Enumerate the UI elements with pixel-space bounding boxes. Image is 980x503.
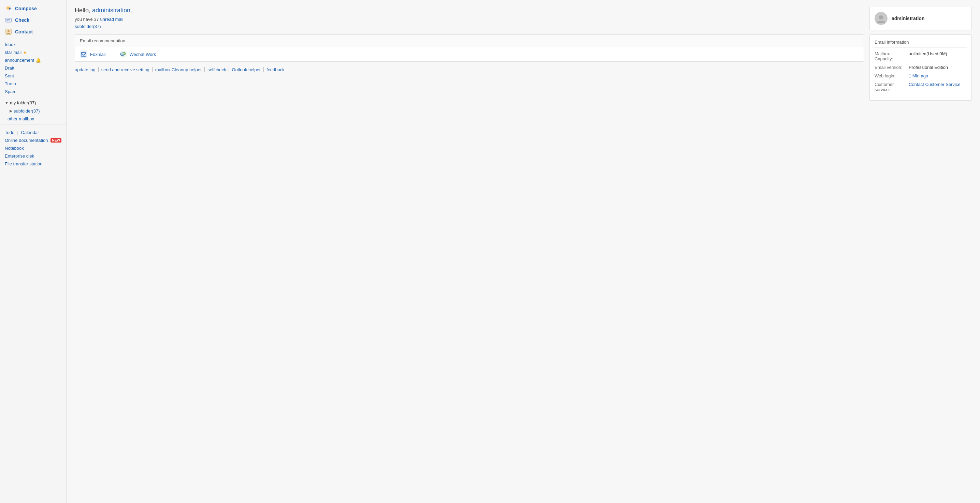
- inbox-label: Inbox: [5, 42, 16, 47]
- announcement-label: announcement: [5, 58, 34, 63]
- compose-label: Compose: [15, 6, 37, 11]
- sidebar-divider-3: [0, 124, 66, 124]
- other-mailbox-label: other mailbox: [8, 116, 34, 121]
- svg-rect-0: [6, 6, 10, 10]
- sidebar-item-todo[interactable]: Todo: [5, 129, 14, 136]
- svg-rect-6: [80, 51, 88, 58]
- draft-label: Draft: [5, 65, 14, 71]
- quick-link-selfcheck[interactable]: selfcheck: [205, 67, 229, 72]
- web-login-row: Web login: 1 Min ago: [875, 73, 967, 78]
- contact-label: Contact: [15, 29, 33, 35]
- file-transfer-label: File transfer station: [5, 161, 43, 167]
- new-badge: NEW: [51, 138, 61, 143]
- online-doc-label: Online documentation: [5, 138, 48, 143]
- subfolder-item[interactable]: ▶ subfolder(37): [0, 107, 66, 115]
- rec-item-wechat-work[interactable]: Wechat Work: [119, 51, 156, 58]
- foxmail-label: Foxmail: [90, 52, 106, 57]
- quick-link-update-log[interactable]: update log: [75, 67, 99, 72]
- sidebar-item-draft[interactable]: Draft: [0, 64, 66, 72]
- sent-label: Sent: [5, 73, 14, 78]
- notebook-label: Notebook: [5, 146, 24, 151]
- contact-button[interactable]: Contact: [0, 26, 66, 38]
- quick-links: update log send and receive setting mail…: [75, 67, 864, 72]
- recommendation-content: Foxmail: [75, 47, 864, 61]
- sidebar-item-calendar[interactable]: Calendar: [21, 129, 39, 136]
- greeting-suffix: .: [130, 7, 132, 14]
- avatar: [875, 12, 888, 25]
- sidebar-item-trash[interactable]: Trash: [0, 80, 66, 88]
- profile-header: administration: [870, 7, 972, 30]
- check-label: Check: [15, 17, 29, 23]
- quick-link-send-receive[interactable]: send and receive setting: [99, 67, 153, 72]
- check-icon: [5, 16, 12, 24]
- email-version-row: Email version: Professional Edition: [875, 65, 967, 70]
- mailbox-capacity-label: Mailbox Capacity:: [875, 51, 909, 61]
- unread-mail-link[interactable]: unread mail: [100, 17, 123, 22]
- greeting-username: administration: [92, 7, 130, 14]
- divider-todo-cal: |: [17, 130, 18, 135]
- greeting-prefix: Hello,: [75, 7, 92, 14]
- svg-point-15: [879, 15, 883, 19]
- svg-point-13: [124, 53, 124, 54]
- svg-point-14: [124, 53, 124, 54]
- subfolder-label: subfolder(37): [14, 108, 40, 114]
- sidebar-item-notebook[interactable]: Notebook: [5, 144, 61, 152]
- svg-point-5: [8, 30, 10, 32]
- collapse-icon: ▼: [5, 101, 8, 105]
- calendar-label: Calendar: [21, 130, 39, 135]
- greeting: Hello, administration.: [75, 7, 864, 14]
- expand-icon: ▶: [10, 109, 12, 113]
- customer-service-row: Customer service: Contact Customer Servi…: [875, 82, 967, 92]
- unread-info: you have 37 unread mail: [75, 17, 864, 22]
- sidebar-item-announcement[interactable]: announcement 🔔: [0, 56, 66, 64]
- wechat-work-icon: [119, 51, 127, 58]
- subfolder-link[interactable]: subfolder(37): [75, 24, 101, 29]
- web-login-value[interactable]: 1 Min ago: [909, 73, 967, 78]
- content-area: Hello, administration. you have 37 unrea…: [67, 0, 980, 503]
- sidebar: Compose Check Contact Inbox star mail ★ …: [0, 0, 67, 503]
- rec-item-foxmail[interactable]: Foxmail: [80, 51, 106, 58]
- sidebar-item-online-doc[interactable]: Online documentation NEW: [5, 136, 61, 144]
- wechat-work-label: Wechat Work: [130, 52, 156, 57]
- sidebar-item-enterprise-disk[interactable]: Enterprise disk: [5, 152, 61, 160]
- right-panel: administration Email information Mailbox…: [869, 7, 972, 496]
- main-content: Hello, administration. you have 37 unrea…: [67, 0, 980, 503]
- enterprise-disk-label: Enterprise disk: [5, 154, 34, 159]
- mailbox-capacity-value: unlimited(Used:0M): [909, 51, 967, 56]
- star-icon: ★: [23, 50, 27, 55]
- customer-service-label: Customer service:: [875, 82, 909, 92]
- profile-name: administration: [892, 16, 924, 21]
- svg-point-12: [122, 54, 123, 55]
- sidebar-item-spam[interactable]: Spam: [0, 88, 66, 95]
- sidebar-item-starmail[interactable]: star mail ★: [0, 48, 66, 56]
- sidebar-item-file-transfer[interactable]: File transfer station: [5, 160, 61, 168]
- center-panel: Hello, administration. you have 37 unrea…: [75, 7, 864, 496]
- my-folder-header[interactable]: ▼ my folder(37): [0, 98, 66, 107]
- contact-icon: [5, 28, 12, 35]
- mailbox-capacity-row: Mailbox Capacity: unlimited(Used:0M): [875, 51, 967, 61]
- customer-service-link[interactable]: Contact Customer Service: [909, 82, 967, 87]
- sidebar-item-inbox[interactable]: Inbox: [0, 41, 66, 48]
- check-button[interactable]: Check: [0, 14, 66, 26]
- recommendation-box: Email recommendation Foxmail: [75, 35, 864, 62]
- unread-prefix: you have 37: [75, 17, 100, 22]
- sidebar-divider-2: [0, 97, 66, 97]
- quick-link-mailbox-cleanup[interactable]: mailbox Cleanup helper: [153, 67, 205, 72]
- spam-label: Spam: [5, 89, 16, 94]
- other-mailbox-item[interactable]: other mailbox: [0, 115, 66, 123]
- compose-icon: [5, 5, 12, 12]
- email-version-label: Email version:: [875, 65, 909, 70]
- web-login-label: Web login:: [875, 73, 909, 78]
- bell-icon: 🔔: [35, 58, 41, 63]
- quick-link-outlook-helper[interactable]: Outlook helper: [229, 67, 264, 72]
- sidebar-tools: Todo | Calendar Online documentation NEW…: [0, 126, 66, 168]
- sidebar-item-sent[interactable]: Sent: [0, 72, 66, 80]
- trash-label: Trash: [5, 81, 16, 86]
- email-info-title: Email information: [875, 40, 967, 48]
- quick-link-feedback[interactable]: feedback: [264, 67, 287, 72]
- my-folder-label: my folder(37): [10, 100, 36, 105]
- sidebar-divider-1: [0, 39, 66, 39]
- compose-button[interactable]: Compose: [0, 3, 66, 14]
- recommendation-header: Email recommendation: [75, 35, 864, 47]
- starmail-label: star mail: [5, 50, 22, 55]
